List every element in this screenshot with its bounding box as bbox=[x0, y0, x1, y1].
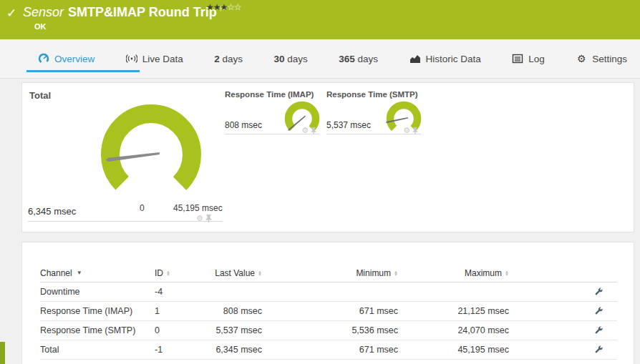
column-header-id[interactable]: ID▲▼ bbox=[155, 268, 205, 278]
channel-last-value: 5,537 msec bbox=[205, 325, 262, 335]
tab-days[interactable]: 2 days bbox=[208, 39, 248, 78]
overview-gauges-panel: Total 0 45,195 msec 6,345 msec ⚙ Respons… bbox=[21, 82, 634, 232]
column-header-last-value[interactable]: Last Value▲▼ bbox=[205, 268, 262, 278]
check-icon: ✓ bbox=[6, 6, 16, 21]
sort-icon: ▲▼ bbox=[166, 270, 170, 276]
channel-last-value: 808 msec bbox=[205, 306, 262, 316]
gauge-icon bbox=[38, 53, 49, 64]
channel-minimum: 671 msec bbox=[262, 306, 398, 316]
table-header-row: Channel▼ID▲▼Last Value▲▼Minimum▲▼Maximum… bbox=[40, 264, 617, 282]
tab-label: 30 days bbox=[273, 54, 307, 64]
channel-maximum: 24,070 msec bbox=[398, 325, 509, 335]
chart-icon bbox=[409, 53, 421, 64]
column-label: ID bbox=[155, 268, 163, 278]
tab-label: Historic Data bbox=[426, 54, 481, 64]
tab-bar: OverviewLive Data2 days30 days365 daysHi… bbox=[0, 39, 640, 79]
channel-last-value: 6,345 msec bbox=[205, 345, 262, 355]
status-badge: OK bbox=[34, 22, 47, 31]
tab-label: Live Data bbox=[142, 54, 183, 64]
tab-settings[interactable]: ⚙Settings bbox=[570, 39, 633, 78]
priority-stars[interactable]: ★★★☆☆ bbox=[206, 2, 241, 12]
channels-table-panel: Channel▼ID▲▼Last Value▲▼Minimum▲▼Maximum… bbox=[21, 242, 634, 364]
column-header-minimum[interactable]: Minimum▲▼ bbox=[262, 268, 398, 278]
tab-label: Overview bbox=[54, 54, 94, 64]
sensor-header: ✓ SensorSMTP&IMAP Round Trip⚐ ★★★☆☆ OK bbox=[0, 0, 640, 39]
channel-name: Response Time (IMAP) bbox=[40, 306, 155, 316]
tab-label: 365 days bbox=[339, 54, 378, 64]
tab-log[interactable]: Log bbox=[506, 39, 551, 78]
imap-gauge-cell: Response Time (IMAP) 808 msec ⚙ bbox=[225, 89, 319, 130]
sensor-page: ✓ SensorSMTP&IMAP Round Trip⚐ ★★★☆☆ OK O… bbox=[0, 0, 640, 364]
channel-row-downtime[interactable]: Downtime-4 bbox=[40, 282, 617, 302]
imap-gauge-label: Response Time (IMAP) bbox=[225, 90, 314, 99]
channel-id: 1 bbox=[155, 306, 205, 316]
sort-desc-icon: ▼ bbox=[77, 270, 82, 276]
channel-id: -4 bbox=[155, 287, 205, 297]
pin-icon[interactable] bbox=[205, 215, 212, 222]
page-title: SensorSMTP&IMAP Round Trip⚐ bbox=[23, 4, 226, 20]
tab-days[interactable]: 365 days bbox=[333, 39, 384, 78]
sensor-kind-label: Sensor bbox=[23, 5, 64, 19]
channel-name: Response Time (SMTP) bbox=[40, 325, 155, 335]
smtp-gauge-tools: ⚙ bbox=[403, 126, 418, 135]
tab-label: 2 days bbox=[214, 54, 243, 64]
channel-maximum: 45,195 msec bbox=[398, 345, 509, 355]
column-label: Channel bbox=[40, 268, 72, 278]
log-icon bbox=[512, 53, 523, 64]
pin-icon[interactable] bbox=[311, 127, 316, 134]
channel-row-response-time-smtp-[interactable]: Response Time (SMTP)05,537 msec5,536 mse… bbox=[40, 321, 617, 340]
tab-overview[interactable]: Overview bbox=[32, 39, 100, 78]
channel-settings-wrench-icon[interactable] bbox=[594, 287, 603, 297]
tab-label: Settings bbox=[592, 54, 627, 64]
smtp-gauge-cell: Response Time (SMTP) 5,537 msec ⚙ bbox=[326, 89, 421, 130]
channel-id: -1 bbox=[155, 345, 205, 355]
channel-settings-wrench-icon[interactable] bbox=[594, 307, 603, 316]
smtp-gauge-label: Response Time (SMTP) bbox=[326, 90, 418, 99]
total-gauge-min: 0 bbox=[140, 203, 145, 213]
tab-label: Log bbox=[528, 54, 545, 64]
channel-settings-wrench-icon[interactable] bbox=[594, 345, 603, 355]
total-gauge-label: Total bbox=[29, 90, 51, 101]
pin-icon[interactable] bbox=[412, 127, 418, 134]
gear-icon[interactable]: ⚙ bbox=[403, 126, 410, 135]
channel-row-total[interactable]: Total-16,345 msec671 msec45,195 msec bbox=[40, 340, 617, 360]
smtp-gauge-value: 5,537 msec bbox=[326, 120, 371, 130]
total-gauge-tools: ⚙ bbox=[196, 214, 212, 223]
channel-settings-wrench-icon[interactable] bbox=[594, 326, 603, 335]
total-gauge-max: 45,195 msec bbox=[173, 203, 223, 213]
column-header-channel[interactable]: Channel▼ bbox=[40, 268, 155, 278]
channels-table: Channel▼ID▲▼Last Value▲▼Minimum▲▼Maximum… bbox=[40, 264, 617, 360]
column-label: Maximum bbox=[465, 268, 502, 278]
imap-gauge-tools: ⚙ bbox=[301, 126, 316, 135]
column-label: Last Value bbox=[215, 268, 255, 278]
gear-icon: ⚙ bbox=[576, 53, 587, 64]
channel-id: 0 bbox=[155, 325, 205, 335]
tab-historic-data[interactable]: Historic Data bbox=[404, 39, 487, 78]
channel-minimum: 671 msec bbox=[262, 345, 398, 355]
column-header-maximum[interactable]: Maximum▲▼ bbox=[398, 268, 509, 278]
channel-name: Total bbox=[40, 345, 155, 355]
broadcast-icon bbox=[126, 53, 137, 64]
column-label: Minimum bbox=[356, 268, 391, 278]
channel-row-response-time-imap-[interactable]: Response Time (IMAP)1808 msec671 msec21,… bbox=[40, 302, 617, 321]
total-gauge-value: 6,345 msec bbox=[28, 206, 76, 217]
page-edge-strip bbox=[0, 342, 5, 364]
channel-name: Downtime bbox=[40, 287, 155, 297]
total-gauge bbox=[101, 104, 201, 205]
gear-icon[interactable]: ⚙ bbox=[196, 214, 203, 223]
sort-icon: ▲▼ bbox=[505, 270, 509, 276]
tab-days[interactable]: 30 days bbox=[268, 39, 313, 78]
channel-maximum: 21,125 msec bbox=[398, 306, 509, 316]
channel-minimum: 5,536 msec bbox=[262, 325, 398, 335]
divider bbox=[28, 221, 223, 222]
sensor-name: SMTP&IMAP Round Trip bbox=[68, 5, 217, 19]
imap-gauge-value: 808 msec bbox=[225, 120, 262, 130]
tab-live-data[interactable]: Live Data bbox=[120, 39, 189, 78]
gear-icon[interactable]: ⚙ bbox=[301, 126, 309, 135]
